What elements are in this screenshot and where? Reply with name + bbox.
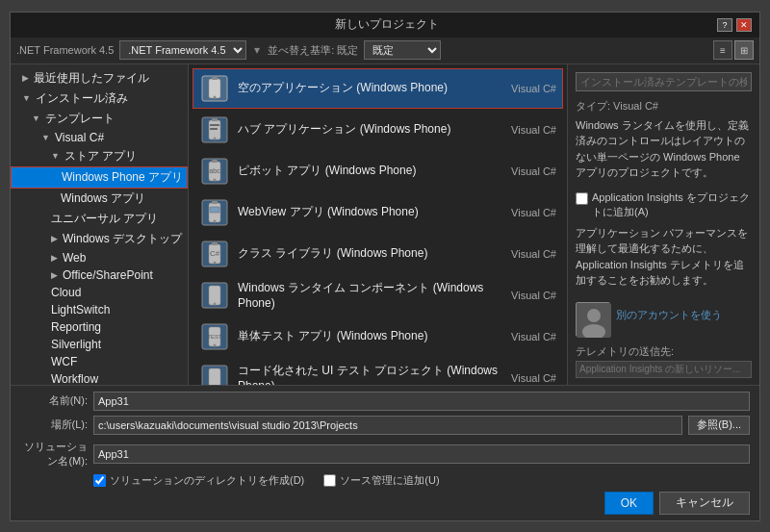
search-input[interactable] [576, 72, 752, 91]
svg-point-13 [214, 178, 217, 181]
project-name: クラス ライブラリ (Windows Phone) [238, 245, 503, 262]
project-list: 空のアプリケーション (Windows Phone) Visual C# ハブ … [189, 64, 567, 385]
project-lang: Visual C# [511, 331, 556, 342]
framework-label: .NET Framework 4.5 [16, 44, 114, 56]
sidebar-item-label: Web [63, 251, 86, 265]
cancel-button[interactable]: キャンセル [659, 492, 750, 515]
svg-rect-26 [209, 286, 220, 305]
name-input[interactable] [93, 392, 750, 411]
sort-select[interactable]: 既定 [364, 40, 441, 60]
telemetry-input[interactable] [576, 361, 752, 378]
svg-point-7 [214, 137, 217, 139]
sidebar-item-lightswitch[interactable]: LightSwitch [11, 301, 188, 318]
project-lang: Visual C# [511, 372, 556, 384]
toolbar: .NET Framework 4.5 .NET Framework 4.5 ▾ … [11, 38, 759, 64]
sidebar-item-windows-desktop[interactable]: ▶ Windows デスクトップ [11, 229, 188, 249]
create-dir-check[interactable]: ソリューションのディレクトリを作成(D) [93, 473, 304, 488]
help-button[interactable]: ? [717, 18, 732, 32]
project-item[interactable]: TEST 単体テスト アプリ (Windows Phone) Visual C# [192, 317, 563, 357]
arrow-icon: ▶ [22, 73, 29, 83]
sidebar-item-universal-app[interactable]: ユニバーサル アプリ [11, 209, 188, 229]
sidebar-item-reporting[interactable]: Reporting [11, 318, 188, 336]
project-icon [199, 73, 230, 104]
project-lang: Visual C# [511, 248, 556, 260]
sidebar-item-label: Workflow [51, 372, 98, 385]
sidebar-item-label: WCF [51, 355, 77, 368]
project-item[interactable]: 空のアプリケーション (Windows Phone) Visual C# [192, 68, 563, 109]
arrow-icon: ▼ [22, 93, 31, 103]
project-item[interactable]: ハブ アプリケーション (Windows Phone) Visual C# [192, 110, 563, 150]
sidebar-item-label: Silverlight [51, 338, 101, 351]
svg-point-18 [214, 219, 217, 222]
project-icon [199, 280, 230, 311]
sidebar-item-label: Visual C# [55, 131, 104, 144]
sidebar-item-windows-phone-app[interactable]: Windows Phone アプリ [11, 166, 188, 189]
sidebar-item-silverlight[interactable]: Silverlight [11, 336, 188, 353]
project-icon [199, 197, 230, 228]
project-item[interactable]: WebView アプリ (Windows Phone) Visual C# [192, 192, 563, 233]
svg-rect-6 [212, 118, 218, 121]
sidebar-item-label: Windows アプリ [61, 190, 145, 207]
add-source-checkbox[interactable] [323, 474, 336, 487]
grid-view-button[interactable]: ⊞ [734, 40, 754, 60]
list-view-button[interactable]: ≡ [713, 40, 732, 60]
sidebar-item-web[interactable]: ▶ Web [11, 249, 188, 266]
project-lang: Visual C# [511, 290, 556, 301]
sidebar-item-workflow[interactable]: Workflow [11, 370, 188, 385]
solution-input[interactable] [93, 444, 750, 464]
add-source-check[interactable]: ソース管理に追加(U) [323, 473, 439, 488]
project-icon: abc [199, 156, 230, 187]
browse-button[interactable]: 参照(B)... [688, 416, 750, 435]
app-insights-checkbox-row: Application Insights をプロジェクトに追加(A) [576, 190, 752, 219]
sidebar-item-label: Windows Phone アプリ [62, 169, 183, 186]
arrow-icon: ▶ [51, 253, 58, 263]
project-lang: Visual C# [511, 207, 556, 218]
create-dir-checkbox[interactable] [93, 474, 106, 487]
info-panel: タイプ: Visual C# Windows ランタイムを使用し、定義済みのコン… [567, 64, 759, 385]
account-link[interactable]: 別のアカウントを使う [616, 308, 722, 322]
location-input[interactable] [93, 416, 682, 435]
sidebar-item-wcf[interactable]: WCF [11, 353, 188, 370]
project-name: ハブ アプリケーション (Windows Phone) [238, 121, 503, 138]
svg-text:TEST: TEST [207, 334, 222, 340]
arrow-icon: ▶ [51, 234, 58, 243]
sidebar-item-office-sharepoint[interactable]: ▶ Office/SharePoint [11, 266, 188, 284]
svg-text:C#: C# [210, 249, 220, 258]
sort-label: 並べ替え基準: 既定 [268, 43, 358, 58]
sidebar-item-label: Cloud [51, 286, 81, 299]
svg-point-46 [587, 309, 601, 322]
svg-rect-2 [212, 77, 218, 80]
project-item[interactable]: abc ピボット アプリ (Windows Phone) Visual C# [192, 151, 563, 191]
ok-button[interactable]: OK [604, 492, 654, 515]
svg-rect-8 [210, 124, 219, 126]
project-item[interactable]: コード化された UI テスト プロジェクト (Windows Phone) Vi… [192, 358, 563, 385]
project-name: Windows ランタイム コンポーネント (Windows Phone) [238, 280, 503, 310]
bottom-area: 名前(N): 場所(L): 参照(B)... ソリューション名(M): ソリュー… [11, 385, 759, 520]
sidebar-item-windows-app[interactable]: Windows アプリ [11, 189, 188, 209]
project-lang: Visual C# [511, 124, 556, 136]
user-avatar [576, 302, 610, 337]
close-button[interactable]: ✕ [736, 18, 752, 32]
svg-rect-22 [212, 242, 218, 245]
sidebar-item-installed[interactable]: ▼ インストール済み [11, 89, 188, 109]
project-item[interactable]: Windows ランタイム コンポーネント (Windows Phone) Vi… [192, 275, 563, 316]
sidebar-item-visual-csharp[interactable]: ▼ Visual C# [11, 129, 188, 146]
app-insights-checkbox[interactable] [576, 192, 588, 205]
svg-rect-33 [209, 368, 220, 385]
sidebar-item-label: Windows デスクトップ [63, 231, 182, 247]
svg-rect-12 [212, 160, 218, 163]
svg-point-27 [214, 302, 217, 305]
sidebar-item-recent[interactable]: ▶ 最近使用したファイル [11, 68, 188, 89]
sidebar-item-label: Office/SharePoint [63, 268, 153, 282]
project-lang: Visual C# [511, 83, 556, 94]
svg-point-30 [214, 343, 217, 346]
arrow-icon: ▼ [51, 151, 60, 161]
sidebar-item-templates[interactable]: ▼ テンプレート [11, 109, 188, 129]
new-project-dialog: 新しいプロジェクト ? ✕ .NET Framework 4.5 .NET Fr… [10, 12, 760, 521]
sidebar-item-cloud[interactable]: Cloud [11, 284, 188, 301]
info-description: Windows ランタイムを使用し、定義済みのコントロールはレイアウトのない単一… [576, 117, 752, 181]
project-item[interactable]: C# クラス ライブラリ (Windows Phone) Visual C# [192, 234, 563, 274]
framework-select[interactable]: .NET Framework 4.5 [119, 40, 246, 60]
toolbar-separator: ▾ [254, 43, 260, 57]
sidebar-item-store-app[interactable]: ▼ ストア アプリ [11, 146, 188, 166]
